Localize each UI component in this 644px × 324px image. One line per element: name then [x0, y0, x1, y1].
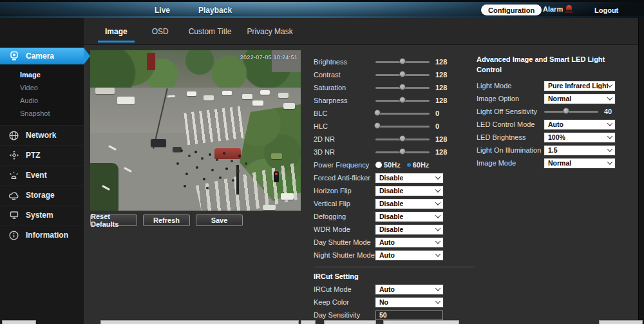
reset-defaults-button[interactable]: Reset Defaults	[90, 214, 137, 226]
preview-pole	[236, 165, 239, 195]
section-divider	[314, 267, 475, 267]
radio-dot[interactable]	[375, 162, 382, 168]
light-off-sensitivity-row: Light Off Sensitivity 40	[477, 105, 639, 118]
sidebar-item-system[interactable]: System	[0, 205, 84, 225]
tab-image[interactable]: Image	[93, 18, 140, 44]
event-icon	[8, 170, 19, 181]
preview-car	[151, 139, 166, 147]
preview-car	[252, 100, 263, 106]
day-sensitivity-input[interactable]: 50	[375, 310, 443, 320]
nr3d-slider[interactable]	[375, 148, 430, 157]
top-tab-live[interactable]: Live	[155, 6, 170, 15]
sidebar-item-image[interactable]: Image	[0, 68, 84, 81]
preview-banner	[147, 53, 155, 70]
keep-color-row: Keep Color No	[314, 296, 475, 309]
sidebar-item-storage[interactable]: Storage	[0, 185, 84, 205]
chevron-down-icon	[607, 82, 612, 87]
preview-car	[278, 93, 289, 98]
sidebar-item-snapshot[interactable]: Snapshot	[0, 107, 84, 120]
advanced-section-title: Advanced Image and Smart LED Light Contr…	[477, 54, 625, 75]
horizon-flip-select[interactable]: Disable	[375, 186, 443, 196]
sidebar-item-video[interactable]: Video	[0, 81, 84, 94]
information-icon	[8, 230, 19, 241]
chevron-down-icon	[435, 251, 440, 256]
network-icon	[8, 130, 19, 141]
radio-dot[interactable]	[407, 163, 411, 167]
top-navigation: Live Playback	[155, 2, 232, 18]
day-shutter-mode-select[interactable]: Auto	[375, 238, 443, 247]
image-option-row: Image Option Normal	[477, 92, 639, 105]
top-bar: Live Playback Configuration Alarm Logout	[0, 0, 644, 18]
radio-50hz[interactable]: 50Hz	[375, 161, 401, 169]
nr3d-row: 3D NR 128	[314, 146, 475, 158]
wdr-mode-select[interactable]: Disable	[375, 225, 443, 234]
light-on-illumination-select[interactable]: 1.5	[544, 146, 615, 155]
image-mode-row: Image Mode Normal	[477, 157, 639, 169]
brightness-value: 128	[435, 58, 447, 66]
ircut-mode-select[interactable]: Auto	[375, 285, 443, 294]
content-tab-bar: Image OSD Custom Title Privacy Mask	[84, 18, 644, 45]
refresh-button[interactable]: Refresh	[143, 214, 190, 226]
led-control-mode-row: LED Control Mode Auto	[477, 118, 639, 131]
configuration-button[interactable]: Configuration	[481, 5, 542, 15]
alarm-button[interactable]: Alarm	[543, 5, 573, 13]
tab-privacy-mask[interactable]: Privacy Mask	[239, 18, 300, 44]
vertical-flip-select[interactable]: Disable	[375, 199, 443, 209]
chevron-down-icon	[435, 213, 440, 218]
image-settings-column: Brightness 128 Contrast 128 Saturation 1…	[314, 55, 475, 321]
image-mode-select[interactable]: Normal	[544, 158, 615, 168]
light-mode-select[interactable]: Pure Infrared Light	[544, 81, 615, 91]
led-control-mode-select[interactable]: Auto	[544, 120, 615, 129]
defogging-row: Defogging Disable	[314, 210, 475, 223]
day-shutter-mode-row: Day Shutter Mode Auto	[314, 236, 475, 249]
nr2d-row: 2D NR 128	[314, 133, 475, 146]
image-option-select[interactable]: Normal	[544, 94, 615, 104]
partial-bottom-element	[2, 320, 36, 324]
sidebar-item-audio[interactable]: Audio	[0, 94, 84, 107]
system-icon	[8, 210, 19, 221]
sidebar-item-ptz[interactable]: PTZ	[0, 145, 84, 165]
contrast-row: Contrast 128	[314, 68, 475, 81]
sidebar-item-event[interactable]: Event	[0, 165, 84, 185]
hlc-slider[interactable]	[375, 122, 430, 131]
sidebar-item-information[interactable]: Information	[0, 225, 84, 245]
top-tab-playback[interactable]: Playback	[198, 6, 232, 15]
ircut-mode-row: IRCut Mode Auto	[314, 283, 475, 296]
chevron-down-icon	[607, 159, 612, 164]
configuration-label: Configuration	[488, 6, 535, 14]
sharpness-slider[interactable]	[375, 96, 430, 105]
defogging-select[interactable]: Disable	[375, 212, 443, 222]
blc-slider[interactable]	[375, 109, 430, 118]
scrollbar-track[interactable]	[638, 18, 644, 324]
night-shutter-mode-select[interactable]: Auto	[375, 251, 443, 260]
preview-car	[271, 153, 282, 159]
preview-red-tent	[214, 148, 241, 159]
save-button[interactable]: Save	[196, 214, 243, 226]
light-off-sensitivity-slider[interactable]	[544, 107, 598, 116]
action-buttons: Reset Defaults Refresh Save	[90, 214, 243, 226]
preview-car	[260, 90, 270, 95]
saturation-slider[interactable]	[375, 83, 430, 92]
logout-button[interactable]: Logout	[594, 6, 618, 14]
contrast-slider[interactable]	[375, 70, 430, 79]
preview-car	[204, 95, 214, 100]
sidebar-item-network[interactable]: Network	[0, 125, 84, 145]
advanced-settings-column: Advanced Image and Smart LED Light Contr…	[477, 54, 639, 169]
preview-car	[283, 103, 295, 109]
radio-60hz[interactable]: 60Hz	[407, 161, 430, 169]
led-brightness-row: LED Brightness 100%	[477, 131, 639, 144]
preview-car	[242, 94, 252, 99]
chevron-down-icon	[435, 174, 440, 179]
nr2d-slider[interactable]	[375, 135, 430, 144]
forced-anti-flicker-select[interactable]: Disable	[375, 173, 443, 183]
tab-osd[interactable]: OSD	[140, 18, 181, 44]
preview-crowd	[180, 149, 183, 152]
preview-car	[117, 97, 135, 104]
brightness-slider[interactable]	[375, 57, 430, 66]
keep-color-select[interactable]: No	[375, 298, 443, 307]
camera-submenu: Image Video Audio Snapshot	[0, 64, 84, 125]
day-sensitivity-row: Day Sensitivity 50	[314, 309, 475, 321]
led-brightness-select[interactable]: 100%	[544, 133, 615, 142]
sidebar-item-camera[interactable]: Camera	[0, 48, 84, 64]
tab-custom-title[interactable]: Custom Title	[181, 18, 240, 44]
